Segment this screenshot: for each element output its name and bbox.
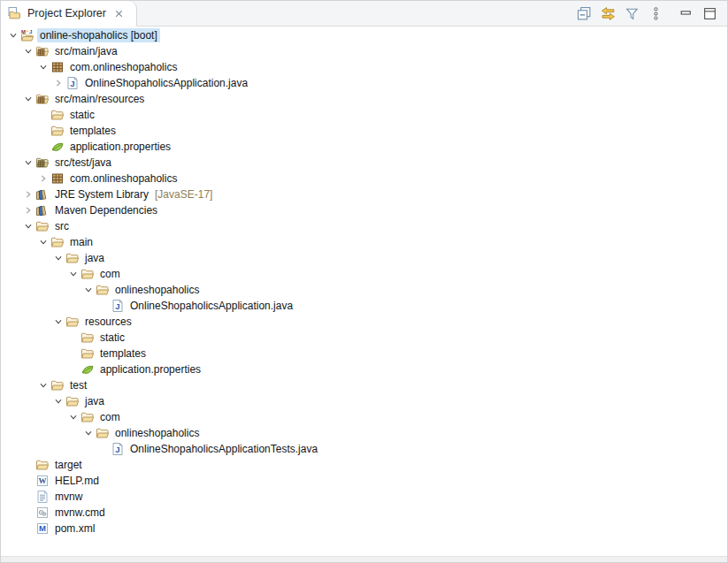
tree-item[interactable]: templates (1, 123, 727, 139)
text-file-icon (35, 490, 50, 504)
tree-item-label: java (82, 251, 107, 265)
java-file-icon: J (111, 299, 125, 313)
tree-item[interactable]: onlineshopaholics (1, 425, 727, 441)
minimize-icon[interactable] (678, 5, 694, 21)
tree-item[interactable]: JOnlineShopaholicsApplication.java (1, 75, 727, 91)
tree-item-label: JRE System Library (52, 187, 151, 202)
chevron-down-icon[interactable] (21, 44, 35, 58)
project-explorer-icon (7, 6, 21, 20)
tree-item-label: OnlineShopaholicsApplicationTests.java (127, 442, 320, 456)
chevron-spacer (66, 362, 80, 377)
tree-item[interactable]: test (1, 377, 727, 393)
tree-item[interactable]: com (1, 409, 727, 425)
tree-item-label: com (97, 410, 123, 424)
tree-item-label: src (52, 219, 72, 233)
tree-item-label: com.onlineshopaholics (67, 171, 180, 186)
svg-text:M: M (21, 29, 26, 34)
chevron-right-icon[interactable] (51, 76, 65, 90)
chevron-down-icon[interactable] (66, 267, 80, 281)
filter-icon[interactable] (624, 5, 640, 21)
chevron-down-icon[interactable] (36, 60, 50, 74)
chevron-down-icon[interactable] (21, 92, 35, 106)
close-icon[interactable] (112, 7, 126, 20)
tree-item[interactable]: java (1, 250, 727, 266)
tree-item[interactable]: application.properties (1, 361, 727, 377)
tree-item[interactable]: main (1, 234, 727, 250)
spring-leaf-icon (80, 362, 95, 377)
chevron-down-icon[interactable] (81, 283, 96, 297)
package-icon (50, 171, 65, 186)
chevron-down-icon[interactable] (21, 219, 35, 233)
tree-item[interactable]: Mpom.xml (1, 521, 727, 536)
tree-item-label: java (82, 394, 107, 408)
tree-item[interactable]: java (1, 393, 727, 409)
tree-item-label: OnlineShopaholicsApplication.java (82, 76, 250, 90)
tree-item[interactable]: src/main/java (1, 43, 727, 59)
tree-item[interactable]: templates (1, 346, 727, 361)
tree-item-label: OnlineShopaholicsApplication.java (127, 299, 295, 313)
chevron-down-icon[interactable] (51, 394, 65, 408)
tree-item-label: main (67, 235, 96, 249)
project-explorer-view: Project Explorer MJonline-shopaholics [b… (0, 0, 728, 563)
tree-item-label: target (52, 458, 85, 472)
tree-item[interactable]: src (1, 218, 727, 234)
tree-item-label: com.onlineshopaholics (67, 60, 180, 74)
tree-item[interactable]: com (1, 266, 727, 282)
chevron-spacer (66, 346, 80, 361)
folder-icon (50, 124, 65, 138)
chevron-right-icon[interactable] (21, 203, 35, 217)
tree-item[interactable]: mvnw.cmd (1, 505, 727, 521)
tree-item[interactable]: Maven Dependencies (1, 202, 727, 218)
link-with-editor-icon[interactable] (600, 5, 616, 21)
collapse-all-icon[interactable] (576, 5, 592, 21)
tree-item[interactable]: JOnlineShopaholicsApplicationTests.java (1, 441, 727, 457)
tree-item[interactable]: src/test/java (1, 155, 727, 171)
tree-item-label: resources (82, 315, 134, 329)
maven-file-icon: M (35, 521, 50, 536)
tree-item[interactable]: com.onlineshopaholics (1, 171, 727, 186)
tree-item[interactable]: src/main/resources (1, 91, 727, 107)
chevron-spacer (21, 458, 35, 472)
tree-item-label: templates (67, 124, 119, 138)
tab-project-explorer[interactable]: Project Explorer (1, 1, 137, 27)
chevron-spacer (21, 490, 35, 504)
folder-icon (50, 235, 65, 249)
maximize-icon[interactable] (701, 5, 717, 21)
tree-item[interactable]: MJonline-shopaholics [boot] (1, 27, 727, 43)
tree-item[interactable]: onlineshopaholics (1, 282, 727, 298)
tree-item[interactable]: target (1, 457, 727, 473)
chevron-right-icon[interactable] (21, 187, 35, 202)
chevron-down-icon[interactable] (36, 235, 50, 249)
tree-item-label: static (67, 108, 97, 122)
view-toolbar (576, 1, 727, 26)
folder-icon (96, 283, 110, 297)
folder-icon (80, 331, 95, 345)
chevron-down-icon[interactable] (51, 315, 65, 329)
tree-item-label: static (97, 331, 127, 345)
tree-item[interactable]: application.properties (1, 139, 727, 155)
java-file-icon: J (65, 76, 80, 90)
chevron-down-icon[interactable] (36, 378, 50, 392)
library-icon (35, 203, 50, 217)
cmd-file-icon (35, 506, 50, 520)
tree-item[interactable]: JOnlineShopaholicsApplication.java (1, 298, 727, 314)
chevron-down-icon[interactable] (81, 426, 96, 440)
chevron-down-icon[interactable] (51, 251, 65, 265)
tree-item[interactable]: WHELP.md (1, 473, 727, 489)
chevron-right-icon[interactable] (36, 171, 50, 186)
tree-item-label: com (97, 267, 123, 281)
tree-item[interactable]: mvnw (1, 489, 727, 505)
tree-item[interactable]: static (1, 107, 727, 123)
tree-item[interactable]: JRE System Library[JavaSE-17] (1, 186, 727, 202)
chevron-down-icon[interactable] (21, 156, 35, 170)
folder-icon (80, 267, 95, 281)
chevron-down-icon[interactable] (66, 410, 80, 424)
source-folder-icon (35, 44, 50, 58)
tree-item[interactable]: resources (1, 314, 727, 330)
tree-item[interactable]: com.onlineshopaholics (1, 59, 727, 75)
tree-item[interactable]: static (1, 330, 727, 346)
folder-icon (96, 426, 110, 440)
boot-project-icon: MJ (20, 28, 34, 42)
view-menu-icon[interactable] (648, 5, 663, 21)
chevron-down-icon[interactable] (6, 28, 20, 42)
